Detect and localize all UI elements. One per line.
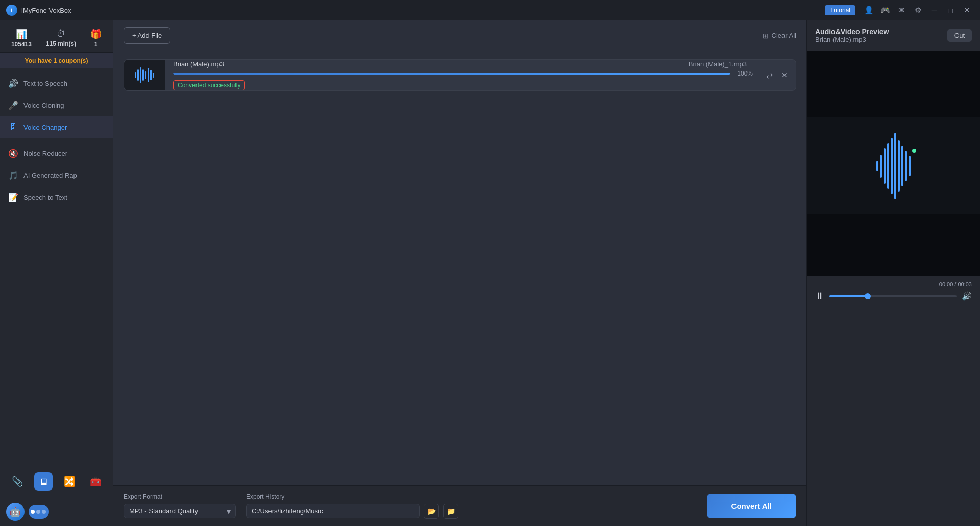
game-icon-button[interactable]: 🎮 (878, 3, 892, 17)
waveform-visual (876, 133, 911, 199)
preview-file-name: Brian (Male).mp3 (815, 36, 889, 43)
waveform-bar-5 (891, 138, 893, 194)
export-format-select[interactable]: MP3 - Standard Quality MP3 - High Qualit… (124, 504, 236, 518)
sidebar-item-voice-changer[interactable]: 🎛 Voice Changer (0, 116, 113, 138)
right-panel: Audio&Video Preview Brian (Male).mp3 Cut (806, 20, 980, 526)
voice-changer-icon: 🎛 (8, 123, 18, 132)
coupon-text: You have 1 coupon(s) (25, 57, 88, 64)
coupons-icon: 🎁 (90, 29, 102, 40)
chat-bot-avatar: 🤖 (6, 503, 24, 521)
progress-bar-fill (173, 73, 730, 75)
audio-wave-mini (135, 67, 154, 83)
sidebar-item-noise-reducer[interactable]: 🔇 Noise Reducer (0, 142, 113, 164)
sidebar-stats: 📊 105413 ⏱ 115 min(s) 🎁 1 (0, 20, 113, 53)
waveform-bar-8 (901, 146, 903, 186)
waveform-bar-2 (880, 155, 882, 178)
close-file-button[interactable]: ✕ (777, 68, 792, 82)
sidebar-item-voice-cloning[interactable]: 🎤 Voice Cloning (0, 94, 113, 116)
screen-tool-button[interactable]: 🖥 (34, 472, 53, 491)
preview-video-top (807, 51, 980, 117)
title-bar-controls: Tutorial 👤 🎮 ✉ ⚙ ─ □ ✕ (825, 3, 974, 17)
swap-button[interactable]: ⇄ (761, 67, 777, 83)
chat-toggle[interactable] (29, 505, 49, 519)
stat-characters: 📊 105413 (11, 29, 32, 48)
status-row: Converted successfully (173, 80, 753, 90)
file-card: Brian (Male).mp3 Brian (Male)_1.mp3 100% (124, 59, 796, 91)
file-thumbnail (124, 60, 165, 90)
waveform-bar-4 (887, 143, 889, 189)
minutes-value: 115 min(s) (46, 40, 76, 47)
waveform-bar-1 (876, 161, 878, 171)
file-input-name: Brian (Male).mp3 (173, 60, 224, 68)
convert-all-button[interactable]: Convert All (707, 494, 796, 518)
footer: Export Format MP3 - Standard Quality MP3… (113, 485, 806, 526)
voice-cloning-icon: 🎤 (8, 101, 18, 110)
noise-reducer-icon: 🔇 (8, 149, 18, 158)
play-pause-button[interactable]: ⏸ (815, 291, 824, 301)
export-history-label: Export History (246, 493, 458, 500)
progress-percent: 100% (734, 70, 753, 77)
progress-bar (173, 73, 730, 75)
user-icon-button[interactable]: 👤 (862, 3, 876, 17)
toolbar: + Add File ⊞ Clear All (113, 20, 806, 51)
seek-bar[interactable] (829, 295, 957, 297)
file-list-area: Brian (Male).mp3 Brian (Male)_1.mp3 100% (113, 51, 806, 485)
waveform-bar-6 (894, 133, 896, 199)
content-and-preview: + Add File ⊞ Clear All (113, 20, 980, 526)
characters-icon: 📊 (16, 29, 27, 40)
export-path-input[interactable] (246, 504, 420, 518)
add-file-button[interactable]: + Add File (124, 27, 170, 44)
waveform-bar-10 (909, 156, 911, 176)
tutorial-button[interactable]: Tutorial (825, 5, 855, 15)
sidebar-bottom-tools: 📎 🖥 🔀 🧰 (0, 466, 113, 497)
noise-reducer-label: Noise Reducer (23, 150, 67, 157)
content-wrapper: + Add File ⊞ Clear All (113, 20, 980, 526)
chat-bot-section: 🤖 (0, 497, 113, 526)
preview-video-bottom (807, 214, 980, 276)
ai-rap-label: AI Generated Rap (23, 172, 77, 179)
title-bar: i iMyFone VoxBox Tutorial 👤 🎮 ✉ ⚙ ─ □ ✕ (0, 0, 980, 20)
converted-badge: Converted successfully (173, 80, 245, 90)
close-button[interactable]: ✕ (960, 3, 974, 17)
stat-minutes: ⏱ 115 min(s) (46, 29, 76, 48)
file-progress-row: 100% (173, 70, 753, 77)
export-format-select-wrap: MP3 - Standard Quality MP3 - High Qualit… (124, 504, 236, 518)
file-output-name: Brian (Male)_1.mp3 (689, 60, 747, 68)
preview-controls: 00:00 / 00:03 ⏸ 🔊 (807, 276, 980, 306)
sidebar-nav: 🔊 Text to Speech 🎤 Voice Cloning 🎛 Voice… (0, 68, 113, 466)
file-card-header: Brian (Male).mp3 Brian (Male)_1.mp3 100% (124, 60, 796, 90)
minimize-button[interactable]: ─ (927, 3, 941, 17)
minutes-icon: ⏱ (57, 29, 66, 39)
clear-all-button[interactable]: ⊞ Clear All (763, 32, 796, 40)
mail-icon-button[interactable]: ✉ (894, 3, 909, 17)
time-display: 00:00 / 00:03 (815, 281, 972, 288)
toolbox-tool-button[interactable]: 🧰 (86, 472, 105, 491)
stat-coupons: 🎁 1 (90, 29, 102, 48)
text-to-speech-label: Text to Speech (23, 80, 67, 87)
voice-cloning-label: Voice Cloning (23, 102, 64, 109)
open-folder-button[interactable]: 📂 (424, 504, 439, 519)
preview-title-group: Audio&Video Preview Brian (Male).mp3 (815, 28, 889, 43)
seek-bar-fill (829, 295, 868, 297)
sidebar-item-speech-to-text[interactable]: 📝 Speech to Text (0, 186, 113, 208)
seek-handle[interactable] (865, 293, 871, 299)
export-format-label: Export Format (124, 493, 236, 500)
settings-icon-button[interactable]: ⚙ (911, 3, 925, 17)
sidebar-item-ai-generated-rap[interactable]: 🎵 AI Generated Rap (0, 164, 113, 186)
characters-value: 105413 (11, 41, 32, 48)
clip-tool-button[interactable]: 📎 (8, 472, 27, 491)
cut-button[interactable]: Cut (947, 29, 972, 42)
sidebar-item-text-to-speech[interactable]: 🔊 Text to Speech (0, 73, 113, 94)
maximize-button[interactable]: □ (943, 3, 958, 17)
text-to-speech-icon: 🔊 (8, 79, 18, 88)
waveform-bar-3 (884, 148, 886, 184)
clear-all-label: Clear All (772, 32, 796, 39)
volume-button[interactable]: 🔊 (962, 291, 972, 301)
folder-browse-button[interactable]: 📁 (443, 504, 458, 519)
coupons-value: 1 (94, 41, 98, 48)
shuffle-tool-button[interactable]: 🔀 (60, 472, 79, 491)
file-info: Brian (Male).mp3 Brian (Male)_1.mp3 100% (165, 60, 761, 90)
sidebar-divider-1 (0, 140, 113, 140)
main-layout: 📊 105413 ⏱ 115 min(s) 🎁 1 You have 1 cou… (0, 20, 980, 526)
export-path-row: 📂 📁 (246, 504, 458, 519)
